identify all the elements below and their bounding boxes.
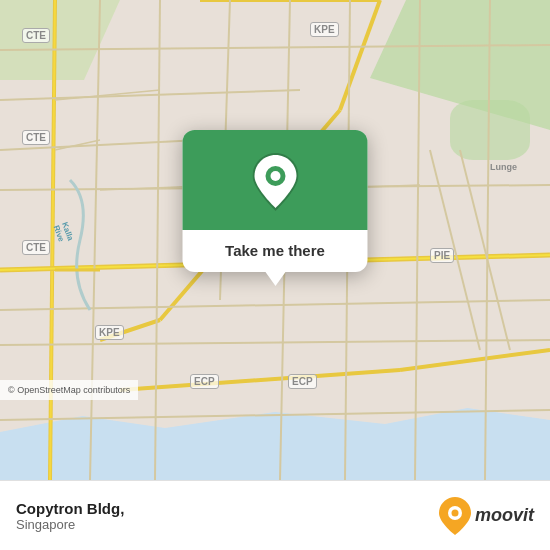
attribution: © OpenStreetMap contributors <box>0 380 138 400</box>
road-label-cte-1: CTE <box>22 28 50 43</box>
popup-action-area: Take me there <box>183 230 368 272</box>
location-info: Copytron Bldg, Singapore <box>16 500 124 532</box>
road-label-ecp-2: ECP <box>288 374 317 389</box>
moovit-logo: moovit <box>439 497 534 535</box>
svg-line-8 <box>120 370 400 390</box>
svg-line-22 <box>415 0 420 480</box>
road-label-cte-3: CTE <box>22 240 50 255</box>
road-label-pie-2: PIE <box>430 248 454 263</box>
svg-line-3 <box>340 0 380 110</box>
road-label-lunge: Lunge <box>490 162 517 172</box>
location-name: Copytron Bldg, <box>16 500 124 517</box>
road-label-ecp-1: ECP <box>190 374 219 389</box>
location-country: Singapore <box>16 517 124 532</box>
svg-line-18 <box>155 0 160 480</box>
road-label-kpe-1: KPE <box>310 22 339 37</box>
svg-point-32 <box>270 171 280 181</box>
location-pin-icon <box>252 153 298 213</box>
svg-line-9 <box>400 350 550 370</box>
popup-card: Take me there <box>183 130 368 272</box>
svg-line-17 <box>90 0 100 480</box>
svg-point-34 <box>451 509 458 516</box>
svg-line-25 <box>460 150 510 350</box>
popup-triangle <box>265 272 285 286</box>
attribution-text: © OpenStreetMap contributors <box>8 385 130 395</box>
svg-line-15 <box>0 340 550 345</box>
popup-header <box>183 130 368 230</box>
moovit-text: moovit <box>475 505 534 526</box>
svg-line-23 <box>485 0 490 480</box>
road-label-cte-2: CTE <box>22 130 50 145</box>
road-label-kpe-2: KPE <box>95 325 124 340</box>
bottom-info-bar: Copytron Bldg, Singapore moovit <box>0 480 550 550</box>
svg-line-10 <box>0 45 550 50</box>
take-me-there-button[interactable]: Take me there <box>225 242 325 259</box>
svg-line-16 <box>0 410 550 420</box>
moovit-pin-icon <box>439 497 471 535</box>
map-view: CTE CTE CTE KPE KPE PIE PIE ECP ECP Lung… <box>0 0 550 480</box>
